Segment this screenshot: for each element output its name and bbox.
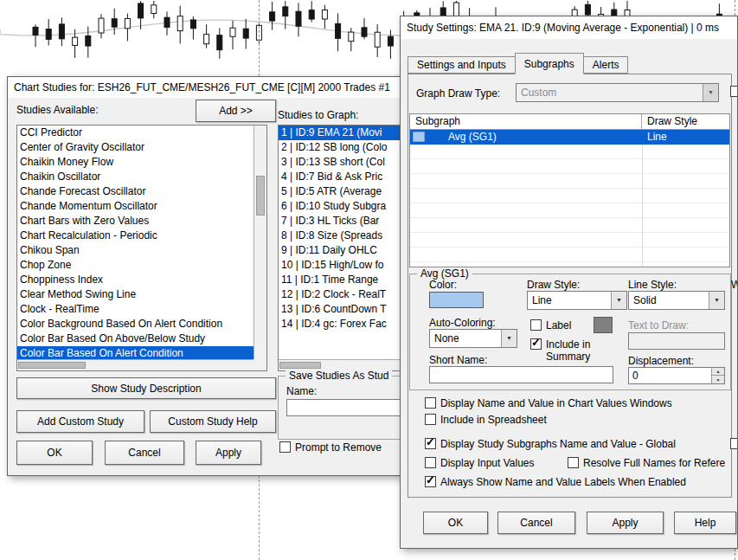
- checkbox-box: [279, 441, 291, 453]
- study-list-item[interactable]: Chaikin Oscillator: [17, 170, 253, 184]
- study-list-item[interactable]: Chikou Span: [17, 243, 253, 258]
- display-study-subgraphs-global-checkbox[interactable]: Display Study Subgraphs Name and Value -…: [425, 438, 676, 450]
- auto-coloring-select[interactable]: None ▼: [429, 329, 517, 348]
- short-name-input[interactable]: [429, 366, 613, 383]
- color-swatch-button[interactable]: [429, 292, 484, 308]
- chart-studies-dialog: Chart Studies for: ESH26_FUT_CME/MESH26_…: [7, 76, 407, 476]
- graph-study-item[interactable]: 9 | ID:11 Daily OHLC: [279, 243, 407, 258]
- study-list-item[interactable]: Chart Recalculation - Periodic: [17, 229, 253, 243]
- study-settings-titlebar[interactable]: Study Settings: EMA 21. ID:9 (Moving Ave…: [401, 16, 737, 39]
- display-name-value-checkbox[interactable]: Display Name and Value in Chart Values W…: [425, 397, 672, 409]
- graph-study-item[interactable]: 7 | ID:3 HL Ticks (Bar: [279, 214, 407, 229]
- study-list-item[interactable]: Choppiness Index: [17, 273, 253, 287]
- subgraph-table: Subgraph Draw Style Avg (SG1) Line: [409, 113, 730, 267]
- checkbox-box: [425, 397, 436, 409]
- add-custom-study-button[interactable]: Add Custom Study: [16, 410, 144, 433]
- study-list-item[interactable]: Clear Method Swing Line: [17, 287, 253, 302]
- scrollbar-corner: [253, 359, 266, 370]
- spin-down-button[interactable]: ▼: [711, 376, 724, 383]
- checkbox-box: [425, 457, 436, 468]
- cancel-button[interactable]: Cancel: [497, 512, 575, 534]
- tab-alerts[interactable]: Alerts: [583, 56, 629, 74]
- text-to-draw-input[interactable]: [628, 332, 725, 350]
- checkbox-box: [425, 438, 436, 449]
- label-checkbox[interactable]: Label: [530, 319, 571, 331]
- custom-study-help-button[interactable]: Custom Study Help: [150, 410, 276, 433]
- displacement-input[interactable]: 0 ▲ ▼: [628, 367, 725, 384]
- width-label-partial: W: [731, 279, 738, 291]
- always-show-labels-checkbox[interactable]: Always Show Name and Value Labels When E…: [425, 476, 686, 488]
- line-style-select[interactable]: Solid ▼: [628, 291, 725, 310]
- checkbox-box: [425, 476, 436, 487]
- add-button[interactable]: Add >>: [196, 100, 276, 122]
- graph-study-item[interactable]: 10 | ID:15 High/Low fo: [279, 258, 407, 273]
- subgraph-color-swatch: [413, 132, 425, 142]
- chart-studies-titlebar[interactable]: Chart Studies for: ESH26_FUT_CME/MESH26_…: [8, 77, 406, 98]
- name-input[interactable]: [286, 399, 401, 416]
- ok-button[interactable]: OK: [423, 512, 488, 534]
- draw-style-select[interactable]: Line ▼: [527, 291, 627, 310]
- partial-checkbox-top[interactable]: [730, 86, 738, 97]
- graph-draw-type-select[interactable]: Custom ▼: [516, 83, 719, 102]
- graph-study-item[interactable]: 8 | ID:8 Size (Spreads: [279, 229, 407, 243]
- study-list-item[interactable]: Chande Momentum Oscillator: [17, 199, 253, 214]
- checkbox-box: [530, 338, 542, 350]
- graph-study-item[interactable]: 12 | ID:2 Clock - RealT: [279, 287, 407, 302]
- graph-study-item[interactable]: 2 | ID:12 SB long (Colo: [279, 140, 407, 155]
- scrollbar-thumb[interactable]: [18, 362, 86, 369]
- table-row-avg-sg1[interactable]: Avg (SG1) Line: [410, 130, 729, 145]
- display-input-values-checkbox[interactable]: Display Input Values: [425, 457, 535, 469]
- chevron-down-icon: ▼: [709, 292, 724, 309]
- help-button[interactable]: Help: [674, 512, 736, 534]
- include-in-spreadsheet-checkbox[interactable]: Include in Spreadsheet: [425, 414, 547, 426]
- studies-to-graph-label: Studies to Graph:: [278, 109, 358, 121]
- study-settings-title: Study Settings: EMA 21. ID:9 (Moving Ave…: [407, 22, 719, 34]
- combo-value: None: [434, 332, 459, 344]
- graph-study-item[interactable]: 4 | ID:7 Bid & Ask Pric: [279, 170, 407, 184]
- graph-study-item[interactable]: 6 | ID:10 Study Subgra: [279, 199, 407, 214]
- scrollbar-thumb[interactable]: [279, 362, 321, 369]
- tab-subgraphs[interactable]: Subgraphs: [515, 53, 584, 74]
- graph-study-item[interactable]: 13 | ID:6 CountDown T: [279, 302, 407, 317]
- table-header: Subgraph Draw Style: [410, 114, 729, 130]
- displacement-value: 0: [632, 368, 639, 383]
- graph-study-item[interactable]: 11 | ID:1 Time Range: [279, 273, 407, 287]
- study-list-item[interactable]: Clock - RealTime: [17, 302, 253, 317]
- column-subgraph[interactable]: Subgraph: [410, 114, 642, 129]
- scrollbar-thumb[interactable]: [256, 176, 265, 216]
- resolve-full-names-checkbox[interactable]: Resolve Full Names for Refere: [568, 457, 725, 469]
- label-color-swatch: [594, 317, 613, 333]
- study-list-item[interactable]: Chande Forecast Oscillator: [17, 184, 253, 199]
- study-list-item[interactable]: Chop Zone: [17, 258, 253, 273]
- apply-button[interactable]: Apply: [587, 512, 664, 534]
- study-list-item[interactable]: CCI Predictor: [17, 126, 253, 140]
- graph-study-item[interactable]: 14 | ID:4 gc: Forex Fac: [279, 317, 407, 331]
- ok-button[interactable]: OK: [16, 441, 93, 465]
- combo-value: Custom: [521, 87, 556, 99]
- graph-study-item-selected[interactable]: 1 | ID:9 EMA 21 (Movi: [279, 126, 407, 140]
- study-list-item[interactable]: Color Bar Based On Above/Below Study: [17, 331, 253, 346]
- horizontal-scrollbar[interactable]: [17, 359, 253, 370]
- checkbox-box: [568, 457, 579, 468]
- cancel-button[interactable]: Cancel: [105, 441, 184, 465]
- graph-study-item[interactable]: 3 | ID:13 SB short (Col: [279, 155, 407, 170]
- vertical-scrollbar[interactable]: [253, 126, 266, 359]
- show-study-description-button[interactable]: Show Study Description: [16, 377, 276, 399]
- include-in-summary-checkbox[interactable]: Include in Summary: [530, 338, 608, 363]
- prompt-to-remove-checkbox[interactable]: Prompt to Remove: [279, 441, 407, 454]
- column-draw-style[interactable]: Draw Style: [642, 114, 729, 129]
- study-list-item[interactable]: Chart Bars with Zero Values: [17, 214, 253, 229]
- tabstrip: Settings and Inputs Subgraphs Alerts: [408, 52, 628, 74]
- study-list-item[interactable]: Chaikin Money Flow: [17, 155, 253, 170]
- partial-checkbox-right[interactable]: [730, 438, 738, 449]
- study-list-item-selected[interactable]: Color Bar Based On Alert Condition: [17, 346, 253, 359]
- chart-studies-title: Chart Studies for: ESH26_FUT_CME/MESH26_…: [14, 81, 390, 93]
- apply-button[interactable]: Apply: [196, 441, 261, 465]
- spin-up-button[interactable]: ▲: [711, 368, 724, 376]
- checkbox-label: Include in Spreadsheet: [440, 414, 547, 426]
- graph-study-item[interactable]: 5 | ID:5 ATR (Average: [279, 184, 407, 199]
- tab-settings-and-inputs[interactable]: Settings and Inputs: [408, 56, 516, 74]
- study-list-item[interactable]: Center of Gravity Oscillator: [17, 140, 253, 155]
- displacement-label: Displacement:: [628, 355, 694, 367]
- study-list-item[interactable]: Color Background Based On Alert Conditio…: [17, 317, 253, 331]
